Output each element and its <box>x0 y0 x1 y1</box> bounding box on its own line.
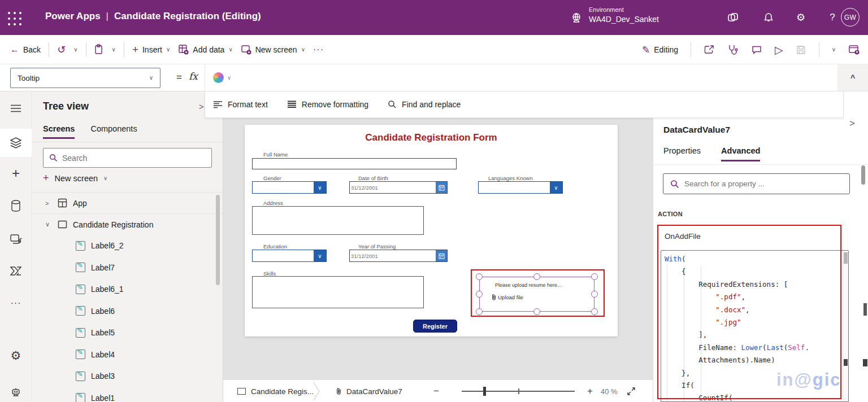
format-text-button[interactable]: Format text <box>213 100 268 109</box>
comments-icon[interactable] <box>751 45 762 55</box>
upload-file-link[interactable]: Upload file <box>492 294 523 300</box>
zoom-out-button[interactable]: − <box>433 380 439 402</box>
rail-media-icon[interactable] <box>0 227 32 250</box>
tab-components[interactable]: Components <box>90 124 137 139</box>
panel-collapse-chevron-icon[interactable]: > <box>849 118 855 129</box>
selection-handle[interactable] <box>476 308 483 315</box>
tree-item-label[interactable]: ✎Label6 <box>32 300 223 322</box>
selection-handle[interactable] <box>476 273 483 280</box>
year-of-passing-label[interactable]: Year of Passing <box>358 243 396 250</box>
back-button[interactable]: ← Back <box>10 45 41 54</box>
tree-item-label[interactable]: ✎Label4 <box>32 344 223 366</box>
languages-label[interactable]: Languages Known <box>488 175 533 181</box>
help-icon[interactable]: ? <box>825 10 840 25</box>
selection-handle[interactable] <box>591 308 598 315</box>
full-name-label[interactable]: Full Name <box>263 151 288 158</box>
year-of-passing-datepicker[interactable]: 31/12/2001 <box>349 250 448 262</box>
selection-handle[interactable] <box>591 291 598 298</box>
share-icon[interactable] <box>704 45 715 55</box>
form-title-label[interactable]: Candidate Registration Form <box>245 132 618 143</box>
undo-icon[interactable]: ↺ <box>57 45 66 55</box>
address-label[interactable]: Address <box>263 200 283 206</box>
copilot-icon[interactable] <box>726 10 740 25</box>
rail-virtual-agents-icon[interactable] <box>0 381 32 402</box>
expand-icon[interactable]: > <box>45 200 52 207</box>
tree-item-label[interactable]: ✎Label6_2 <box>32 235 223 257</box>
undo-chevron-icon[interactable]: ∨ <box>73 47 77 53</box>
tree-scrollbar-thumb[interactable] <box>216 195 220 285</box>
breadcrumb-screen[interactable]: Candidate Regis... <box>237 380 314 402</box>
gender-label[interactable]: Gender <box>263 175 281 181</box>
formula-bar-collapse-icon[interactable]: ^ <box>837 64 868 91</box>
tree-item-label[interactable]: ✎Label5 <box>32 322 223 344</box>
property-search-input[interactable] <box>684 180 843 188</box>
zoom-slider-thumb[interactable] <box>483 387 486 396</box>
app-checker-stethoscope-icon[interactable] <box>727 44 739 55</box>
more-commands-icon[interactable]: ··· <box>313 45 324 54</box>
editing-mode-button[interactable]: ✎ Editing <box>642 45 678 55</box>
editor-scrollbar-thumb[interactable] <box>844 252 848 264</box>
education-dropdown[interactable]: ∨ <box>252 250 327 262</box>
zoom-slider[interactable] <box>462 380 575 402</box>
address-textarea[interactable] <box>252 206 424 235</box>
tree-item-label[interactable]: ✎Label7 <box>32 257 223 279</box>
editor-scrollbar-track[interactable] <box>843 251 848 401</box>
avatar[interactable]: GW <box>841 8 860 27</box>
selection-handle[interactable] <box>533 308 540 315</box>
tree-item-label[interactable]: ✎Label1 <box>32 387 223 402</box>
add-data-button[interactable]: Add data ∨ <box>178 44 232 55</box>
panel-scrollbar-thumb[interactable] <box>861 165 865 185</box>
breadcrumb-control[interactable]: DataCardValue7 <box>336 380 402 402</box>
copilot-formula-icon[interactable] <box>213 72 224 83</box>
settings-gear-icon[interactable]: ⚙ <box>793 10 808 25</box>
dob-datepicker[interactable]: 31/12/2001 <box>349 181 448 194</box>
upload-hint-text[interactable]: Please upload resume here... <box>495 282 562 288</box>
tree-item-app[interactable]: > App <box>32 192 223 213</box>
tree-item-screen[interactable]: ∨ Candidate Registration <box>32 213 223 235</box>
education-label[interactable]: Education <box>263 243 287 250</box>
selection-handle[interactable] <box>476 291 483 298</box>
formula-input[interactable] <box>235 69 837 86</box>
insert-button[interactable]: + Insert ∨ <box>132 44 170 55</box>
tree-item-label[interactable]: ✎Label6_1 <box>32 278 223 300</box>
new-screen-button[interactable]: New screen ∨ <box>241 44 305 55</box>
publish-icon[interactable] <box>848 45 860 55</box>
remove-formatting-button[interactable]: Remove formatting <box>287 100 368 109</box>
waffle-menu-icon[interactable] <box>8 12 23 27</box>
tree-search-input[interactable] <box>62 154 206 163</box>
rail-insert-icon[interactable]: + <box>0 162 32 185</box>
property-selector[interactable]: Tooltip ∨ <box>10 68 160 88</box>
paste-icon[interactable] <box>94 44 104 55</box>
environment-picker[interactable]: Environment WA4D_Dev_Sanket <box>589 6 659 25</box>
tab-advanced[interactable]: Advanced <box>721 146 760 161</box>
full-name-input[interactable] <box>252 158 457 169</box>
new-screen-tree-button[interactable]: + New screen ∨ <box>43 172 107 184</box>
skills-textarea[interactable] <box>252 276 424 308</box>
property-onaddfile[interactable]: OnAddFile <box>665 232 701 241</box>
rail-power-automate-icon[interactable] <box>0 260 32 282</box>
collapse-icon[interactable]: ∨ <box>45 221 52 228</box>
register-button[interactable]: Register <box>413 320 457 333</box>
tree-panel-collapse-icon[interactable]: > <box>199 102 204 111</box>
rail-tree-view-icon[interactable] <box>0 132 32 154</box>
rail-more-icon[interactable]: ··· <box>0 292 32 314</box>
languages-dropdown[interactable]: ∨ <box>478 181 563 194</box>
window-scrollbar-marker[interactable] <box>863 359 867 366</box>
rail-data-icon[interactable] <box>0 194 32 217</box>
save-icon[interactable] <box>796 45 806 55</box>
zoom-slider-track[interactable] <box>462 391 575 392</box>
tab-properties[interactable]: Properties <box>663 146 701 161</box>
preview-play-icon[interactable]: ▷ <box>775 45 783 55</box>
save-chevron-icon[interactable]: ∨ <box>832 47 836 53</box>
tree-item-label[interactable]: ✎Label3 <box>32 365 223 387</box>
notifications-bell-icon[interactable] <box>761 10 776 25</box>
zoom-in-button[interactable]: + <box>587 380 593 402</box>
dob-label[interactable]: Date of Birth <box>358 175 388 181</box>
window-scrollbar-thumb[interactable] <box>863 303 867 316</box>
rail-menu-icon[interactable] <box>0 97 32 120</box>
rail-settings-gear-icon[interactable]: ⚙ <box>0 344 32 367</box>
selection-handle[interactable] <box>591 273 598 280</box>
gender-dropdown[interactable]: ∨ <box>252 181 327 194</box>
selection-handle[interactable] <box>533 273 540 280</box>
tab-screens[interactable]: Screens <box>43 124 75 139</box>
